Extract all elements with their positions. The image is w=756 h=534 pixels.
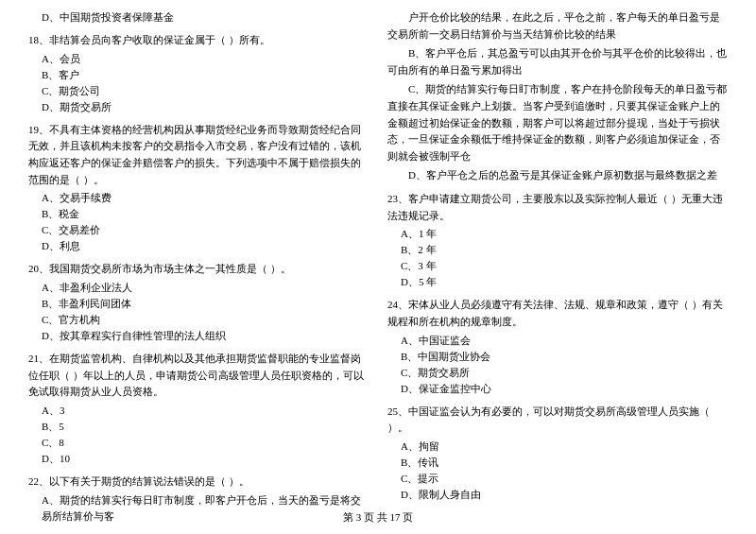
question-19: 19、不具有主体资格的经营机构因从事期货经纪业务而导致期货经纪合同无效，并且该机…	[28, 122, 369, 255]
q22-b: B、客户平仓后，其总盈亏可以由其开仓价与其平仓价的比较得出，也可由所有的单日盈亏…	[387, 45, 728, 78]
question-25: 25、中国证监会认为有必要的，可以对期货交易所高级管理人员实施（ ）。 A、拘留…	[387, 404, 728, 503]
option-d-fund-text: D、中国期货投资者保障基金	[28, 9, 369, 26]
right-column: 户开仓价比较的结果，在此之后，平仓之前，客户每天的单日盈亏是交易所前一交易日结算…	[387, 9, 728, 531]
question-24: 24、宋体从业人员必须遵守有关法律、法规、规章和政策，遵守（ ）有关规程和所在机…	[387, 297, 728, 396]
q22-title: 22、以下有关于期货的结算说法错误的是（ ）。	[28, 474, 369, 491]
q18-c: C、期货公司	[28, 83, 369, 99]
left-column: D、中国期货投资者保障基金 18、非结算会员向客户收取的保证金属于（ ）所有。 …	[28, 9, 369, 531]
q18-title: 18、非结算会员向客户收取的保证金属于（ ）所有。	[28, 32, 369, 49]
q23-a: A、1 年	[387, 226, 728, 242]
q18-b: B、客户	[28, 67, 369, 83]
q25-c: C、提示	[387, 471, 728, 487]
q22-cont-a: 户开仓价比较的结果，在此之后，平仓之前，客户每天的单日盈亏是交易所前一交易日结算…	[387, 9, 728, 43]
q25-title: 25、中国证监会认为有必要的，可以对期货交易所高级管理人员实施（ ）。	[387, 404, 728, 437]
q19-d: D、利息	[28, 238, 369, 254]
q19-c: C、交易差价	[28, 222, 369, 238]
q21-title: 21、在期货监管机构、自律机构以及其他承担期货监督职能的专业监督岗位任职（ ）年…	[28, 351, 369, 401]
q25-a: A、拘留	[387, 439, 728, 455]
q19-b: B、税金	[28, 206, 369, 222]
q21-c: C、8	[28, 435, 369, 451]
option-d-fund: D、中国期货投资者保障基金	[28, 9, 369, 26]
q19-title: 19、不具有主体资格的经营机构因从事期货经纪业务而导致期货经纪合同无效，并且该机…	[28, 122, 369, 188]
q21-d: D、10	[28, 451, 369, 467]
q23-b: B、2 年	[387, 242, 728, 258]
q20-a: A、非盈利企业法人	[28, 280, 369, 296]
q25-b: B、传讯	[387, 455, 728, 471]
question-23: 23、客户申请建立期货公司，主要股东以及实际控制人最近（ ）无重大违法违规记录。…	[387, 191, 728, 290]
q25-d: D、限制人身自由	[387, 487, 728, 503]
q22-continuation: 户开仓价比较的结果，在此之后，平仓之前，客户每天的单日盈亏是交易所前一交易日结算…	[387, 9, 728, 184]
q23-c: C、3 年	[387, 258, 728, 274]
page: D、中国期货投资者保障基金 18、非结算会员向客户收取的保证金属于（ ）所有。 …	[0, 0, 756, 534]
q20-c: C、官方机构	[28, 312, 369, 328]
page-footer: 第 3 页 共 17 页	[28, 510, 728, 525]
q21-a: A、3	[28, 403, 369, 419]
q24-a: A、中国证监会	[387, 333, 728, 349]
q24-title: 24、宋体从业人员必须遵守有关法律、法规、规章和政策，遵守（ ）有关规程和所在机…	[387, 297, 728, 330]
q20-d: D、按其章程实行自律性管理的法人组织	[28, 328, 369, 344]
q18-d: D、期货交易所	[28, 99, 369, 115]
q24-b: B、中国期货业协会	[387, 349, 728, 365]
q20-title: 20、我国期货交易所市场为市场主体之一其性质是（ ）。	[28, 261, 369, 278]
question-20: 20、我国期货交易所市场为市场主体之一其性质是（ ）。 A、非盈利企业法人 B、…	[28, 261, 369, 344]
q20-b: B、非盈利民间团体	[28, 296, 369, 312]
q23-d: D、5 年	[387, 274, 728, 290]
q19-a: A、交易手续费	[28, 190, 369, 206]
q22-c: C、期货的结算实行每日盯市制度，客户在持仓阶段每天的单日盈亏都直接在其保证金账户…	[387, 81, 728, 164]
q23-title: 23、客户申请建立期货公司，主要股东以及实际控制人最近（ ）无重大违法违规记录。	[387, 191, 728, 224]
q18-a: A、会员	[28, 51, 369, 67]
q22-d: D、客户平仓之后的总盈亏是其保证金账户原初数据与最终数据之差	[387, 167, 728, 184]
q24-c: C、期货交易所	[387, 365, 728, 381]
question-21: 21、在期货监管机构、自律机构以及其他承担期货监督职能的专业监督岗位任职（ ）年…	[28, 351, 369, 467]
q24-d: D、保证金监控中心	[387, 381, 728, 397]
q21-b: B、5	[28, 419, 369, 435]
question-18: 18、非结算会员向客户收取的保证金属于（ ）所有。 A、会员 B、客户 C、期货…	[28, 32, 369, 115]
main-content: D、中国期货投资者保障基金 18、非结算会员向客户收取的保证金属于（ ）所有。 …	[28, 9, 728, 531]
